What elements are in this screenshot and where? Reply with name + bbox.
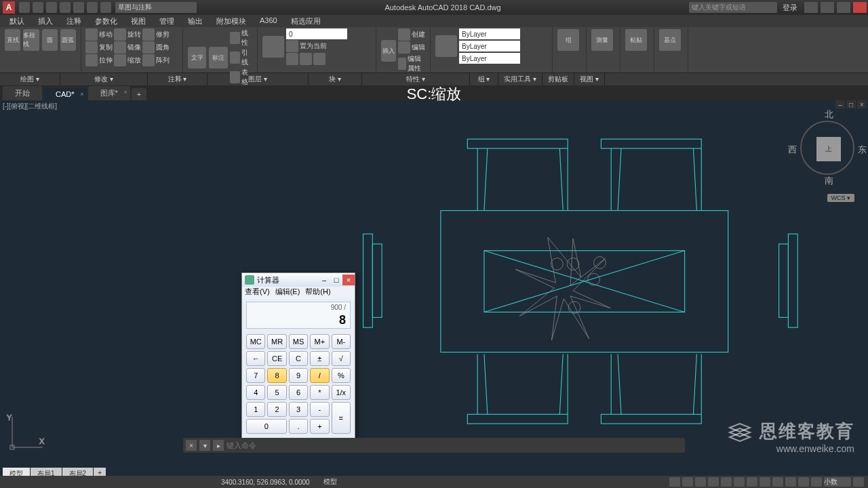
calc-ce[interactable]: CE — [267, 351, 286, 366]
calc-2[interactable]: 2 — [267, 402, 286, 417]
calc-1[interactable]: 1 — [246, 402, 265, 417]
dim-tool[interactable]: 标注 — [209, 47, 227, 68]
polyline-tool[interactable]: 多段线 — [23, 29, 39, 51]
layer-prev[interactable] — [313, 53, 326, 65]
calculator-window[interactable]: 计算器 – □ × 查看(V) 编辑(E) 帮助(H) 900 / 8 MC M… — [241, 272, 355, 440]
layer-match[interactable] — [300, 53, 312, 65]
tab-manage[interactable]: 管理 — [153, 15, 181, 27]
calc-neg[interactable]: ± — [310, 351, 329, 366]
workspace-dropdown[interactable]: 草图与注释 — [115, 2, 197, 13]
cycle-toggle[interactable] — [772, 477, 783, 487]
group-tool[interactable]: 组 — [557, 29, 579, 51]
customize-toggle[interactable] — [853, 477, 864, 487]
block-edit[interactable] — [398, 41, 410, 54]
calc-sqrt[interactable]: √ — [332, 351, 351, 366]
tab-annotate[interactable]: 注释 — [60, 15, 88, 27]
qat-undo-icon[interactable] — [87, 2, 98, 13]
move-tool[interactable] — [85, 28, 98, 41]
help-search[interactable]: 键入关键字或短语 — [689, 2, 777, 13]
rotate-tool[interactable] — [114, 28, 126, 41]
maximize-button[interactable] — [837, 2, 850, 13]
qat-open-icon[interactable] — [33, 2, 43, 13]
tab-featured[interactable]: 精选应用 — [284, 15, 328, 27]
calc-c[interactable]: C — [289, 351, 308, 366]
viewcube-south[interactable]: 南 — [825, 175, 833, 187]
viewcube-east[interactable]: 东 — [858, 144, 867, 156]
tab-new[interactable]: + — [132, 88, 146, 100]
lineweight-dropdown[interactable]: ByLayer — [459, 41, 520, 52]
units-display[interactable]: 小数 — [824, 477, 851, 487]
tab-parametric[interactable]: 参数化 — [88, 15, 124, 27]
calc-close[interactable]: × — [342, 274, 355, 285]
tab-close-icon[interactable]: × — [80, 91, 83, 98]
calc-add[interactable]: + — [310, 419, 329, 434]
cmdline-close-icon[interactable]: × — [186, 440, 197, 451]
calc-pct[interactable]: % — [332, 368, 351, 383]
calc-6[interactable]: 6 — [289, 385, 308, 400]
block-attr[interactable] — [398, 58, 406, 70]
arc-tool[interactable]: 圆弧 — [60, 29, 76, 51]
stretch-tool[interactable] — [85, 54, 98, 66]
calc-mc[interactable]: MC — [246, 334, 265, 349]
osnap-toggle[interactable] — [721, 477, 732, 487]
mirror-tool[interactable] — [114, 41, 126, 54]
help-icon[interactable] — [804, 2, 818, 13]
grid-toggle[interactable] — [669, 477, 680, 487]
base-tool[interactable]: 基点 — [659, 29, 681, 51]
ortho-toggle[interactable] — [695, 477, 706, 487]
close-button[interactable] — [853, 2, 867, 13]
linear-tool[interactable] — [230, 32, 240, 44]
calc-mplus[interactable]: M+ — [310, 334, 329, 349]
viewcube-west[interactable]: 西 — [788, 144, 797, 156]
copy-tool[interactable] — [85, 41, 98, 54]
color-dropdown[interactable]: ByLayer — [459, 28, 520, 39]
qat-saveas-icon[interactable] — [60, 2, 71, 13]
line-tool[interactable]: 直线 — [5, 29, 20, 51]
text-tool[interactable]: 文字 — [188, 47, 206, 68]
calc-menu-view[interactable]: 查看(V) — [245, 287, 270, 299]
drawing-canvas[interactable]: SC:缩放 [-][俯视][二维线框] – □ × — [0, 100, 868, 474]
tab-addins[interactable]: 附加模块 — [210, 15, 253, 27]
tab-default[interactable]: 默认 — [3, 15, 31, 27]
calc-maximize[interactable]: □ — [330, 274, 342, 285]
tab-insert[interactable]: 插入 — [31, 15, 60, 27]
calc-0[interactable]: 0 — [246, 419, 287, 434]
qat-new-icon[interactable] — [19, 2, 30, 13]
calc-5[interactable]: 5 — [267, 385, 286, 400]
tab-library[interactable]: 图库*× — [88, 86, 130, 100]
command-line[interactable]: × ▾ ▸ — [183, 438, 685, 453]
calc-ms[interactable]: MS — [289, 334, 308, 349]
calc-menu-help[interactable]: 帮助(H) — [305, 287, 330, 299]
cmdline-recent-icon[interactable]: ▾ — [199, 440, 210, 451]
array-tool[interactable] — [142, 54, 155, 66]
measure-tool[interactable]: 测量 — [591, 29, 613, 51]
tab-view[interactable]: 视图 — [124, 15, 153, 27]
layer-dropdown[interactable]: 0 — [286, 28, 347, 39]
layer-props-tool[interactable] — [262, 36, 284, 58]
layer-set-current[interactable] — [286, 40, 298, 52]
tab-cad[interactable]: CAD*× — [43, 88, 87, 100]
paste-tool[interactable]: 粘贴 — [625, 29, 647, 51]
calc-titlebar[interactable]: 计算器 – □ × — [242, 273, 355, 287]
calc-dot[interactable]: . — [289, 419, 308, 434]
viewcube-north[interactable]: 北 — [825, 108, 833, 121]
fillet-tool[interactable] — [142, 41, 155, 54]
wcs-dropdown[interactable]: WCS ▾ — [827, 194, 855, 202]
tab-output[interactable]: 输出 — [181, 15, 210, 27]
calc-mul[interactable]: * — [310, 385, 329, 400]
calc-9[interactable]: 9 — [289, 368, 308, 383]
otrack-toggle[interactable] — [734, 477, 745, 487]
leader-tool[interactable] — [230, 52, 240, 64]
viewcube-top[interactable]: 上 — [816, 137, 841, 161]
command-input[interactable] — [226, 441, 682, 449]
workspace-toggle[interactable] — [798, 477, 809, 487]
layer-iso[interactable] — [286, 53, 298, 65]
viewcube[interactable]: 北 南 东 西 上 WCS ▾ — [793, 107, 861, 195]
calc-8[interactable]: 8 — [267, 368, 286, 383]
snap-toggle[interactable] — [682, 477, 693, 487]
calc-eq[interactable]: = — [332, 402, 351, 434]
match-props-tool[interactable] — [435, 35, 457, 57]
transparency-toggle[interactable] — [760, 477, 770, 487]
qat-redo-icon[interactable] — [100, 2, 111, 13]
qat-save-icon[interactable] — [46, 2, 57, 13]
